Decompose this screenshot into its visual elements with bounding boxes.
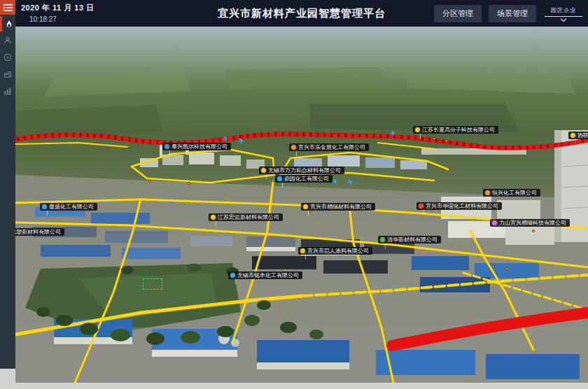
zone-management-button[interactable]: 分区管理 xyxy=(434,5,482,22)
company-name: 江苏宏远新材料有限公司 xyxy=(218,214,279,220)
company-label[interactable]: 江苏长鹿高分子科技有限公司 xyxy=(413,126,498,134)
sidebar-item-fire-monitor[interactable] xyxy=(0,16,15,31)
company-name: 宜兴市精细材料有限公司 xyxy=(310,204,372,210)
current-date: 2020 年 11 月 13 日 xyxy=(21,3,94,13)
sidebar xyxy=(0,0,15,369)
map-3d-view[interactable]: 泰兴凯尔科技有限公司 宜兴市乐金慧化工有限公司 无锡市万力粘合材料有限公司 鼎园… xyxy=(15,27,588,383)
company-category-icon xyxy=(380,237,385,242)
chevron-down-icon xyxy=(560,18,567,22)
company-label[interactable]: 恒兴化工有限公司 xyxy=(483,189,540,197)
company-name: 无锡市铭丰化工有限公司 xyxy=(237,272,299,278)
header-bar: 2020 年 11 月 13 日 10:18:27 宜兴市新材料产业园智慧管理平… xyxy=(15,0,588,27)
company-category-icon xyxy=(303,204,308,209)
label-leader-line xyxy=(490,197,491,201)
selection-box xyxy=(143,278,162,290)
company-category-icon xyxy=(485,190,490,195)
label-leader-line xyxy=(216,221,216,226)
company-name: 泰兴凯尔科技有限公司 xyxy=(172,143,227,150)
datetime-display: 2020 年 11 月 13 日 10:18:27 xyxy=(21,3,94,23)
company-category-icon xyxy=(492,220,497,225)
company-label[interactable]: 泰兴凯尔科技有限公司 xyxy=(162,143,231,150)
company-name: 鼎园化工有限公司 xyxy=(284,176,329,182)
sidebar-item-energy[interactable] xyxy=(0,50,15,65)
park-enterprise-dropdown[interactable]: 园区企业 xyxy=(543,6,584,22)
label-leader-line xyxy=(266,174,267,179)
company-category-icon xyxy=(261,168,266,173)
park-enterprise-label: 园区企业 xyxy=(551,6,576,14)
current-time: 10:18:27 xyxy=(29,15,94,23)
company-label[interactable]: 宜兴市乐金慧化工有限公司 xyxy=(289,143,369,151)
company-category-icon xyxy=(164,144,169,149)
road-pin-marker xyxy=(272,179,274,182)
flame-icon xyxy=(5,20,13,29)
road-pin-marker xyxy=(379,189,382,192)
gauge-icon xyxy=(4,53,12,62)
label-leader-line xyxy=(282,183,283,188)
company-category-icon xyxy=(419,204,424,208)
label-leader-line xyxy=(235,279,236,284)
company-name: 江苏长鹿高分子科技有限公司 xyxy=(422,127,495,133)
road-pin-marker xyxy=(148,180,151,183)
road-pin-marker xyxy=(433,137,435,140)
company-name: 协联热电有限公司 xyxy=(578,132,588,139)
label-leader-line xyxy=(424,210,424,215)
label-leader-line xyxy=(420,134,421,139)
company-label[interactable]: 傲盛化工有限公司 xyxy=(40,203,97,211)
scene-management-button[interactable]: 场景管理 xyxy=(489,5,536,22)
company-name: 清华新材料有限公司 xyxy=(387,236,438,243)
company-name: 傲盛化工有限公司 xyxy=(49,204,94,210)
company-name: 无锡市万力粘合材料有限公司 xyxy=(268,167,341,174)
menu-toggle-button[interactable] xyxy=(0,0,15,15)
company-category-icon xyxy=(277,176,282,181)
label-leader-line xyxy=(575,139,576,144)
road-pin-marker xyxy=(505,267,508,270)
company-label[interactable]: 兴达泡塑新材料有限公司 xyxy=(15,228,64,236)
road-pin-marker xyxy=(492,265,495,268)
sidebar-item-factory[interactable] xyxy=(0,66,15,82)
company-name: 恒兴化工有限公司 xyxy=(492,190,537,196)
label-leader-line xyxy=(308,211,309,215)
label-leader-line xyxy=(305,255,306,260)
sidebar-item-personnel[interactable] xyxy=(0,33,15,48)
company-name: 宜兴市巨人涂料有限公司 xyxy=(307,248,369,254)
header-actions: 分区管理 场景管理 园区企业 xyxy=(434,0,584,27)
company-category-icon xyxy=(300,248,305,253)
company-category-icon xyxy=(211,215,216,220)
company-label[interactable]: 鼎园化工有限公司 xyxy=(275,175,332,183)
app-window: 2020 年 11 月 13 日 10:18:27 宜兴市新材料产业园智慧管理平… xyxy=(0,0,588,389)
label-leader-line xyxy=(47,211,48,215)
label-leader-line xyxy=(296,151,297,156)
label-leader-line xyxy=(385,243,386,248)
person-icon xyxy=(4,36,12,45)
company-name: 宜兴市乐金慧化工有限公司 xyxy=(298,144,365,150)
company-label[interactable]: 清华新材料有限公司 xyxy=(378,236,441,243)
company-category-icon xyxy=(291,145,296,150)
company-label[interactable]: 无锡市铭丰化工有限公司 xyxy=(228,271,302,279)
company-label[interactable]: 江苏宏远新材料有限公司 xyxy=(209,213,283,221)
company-label[interactable]: 宜兴市精细材料有限公司 xyxy=(301,203,375,211)
company-category-icon xyxy=(42,204,47,209)
company-label[interactable]: 宜兴市华谊化工材料有限公司 xyxy=(416,202,502,210)
road-pin-marker xyxy=(445,139,448,142)
label-leader-line xyxy=(497,227,498,232)
road-pin-marker xyxy=(188,182,190,185)
sidebar-item-statistics[interactable] xyxy=(0,83,15,99)
company-label[interactable]: 宜兴市巨人涂料有限公司 xyxy=(298,247,372,255)
menu-icon xyxy=(4,4,13,11)
road-pin-marker xyxy=(532,229,535,232)
company-name: 力山宜兴精细科技有限公司 xyxy=(499,220,566,226)
company-category-icon xyxy=(230,273,235,278)
factory-icon xyxy=(4,70,12,78)
company-label[interactable]: 协联热电有限公司 xyxy=(568,132,588,139)
company-name: 兴达泡塑新材料有限公司 xyxy=(15,229,61,235)
company-category-icon xyxy=(570,133,575,138)
company-category-icon xyxy=(415,127,420,132)
company-label[interactable]: 力山宜兴精细科技有限公司 xyxy=(490,219,570,227)
company-name: 宜兴市华谊化工材料有限公司 xyxy=(426,203,498,209)
dropdown-divider xyxy=(545,16,582,17)
bar-chart-icon xyxy=(4,87,12,95)
label-leader-line xyxy=(169,150,170,155)
company-label[interactable]: 无锡市万力粘合材料有限公司 xyxy=(259,167,344,174)
